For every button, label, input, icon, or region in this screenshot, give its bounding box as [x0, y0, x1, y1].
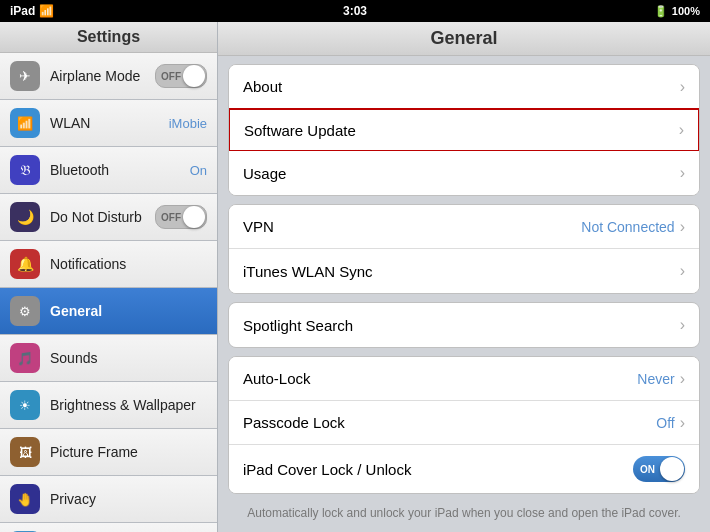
status-bar-right: 🔋 100%: [654, 5, 700, 18]
section-spotlight: Spotlight Search ›: [228, 302, 700, 348]
privacy-icon: 🤚: [10, 484, 40, 514]
do-not-disturb-toggle[interactable]: OFF: [155, 205, 207, 229]
notifications-label: Notifications: [50, 256, 207, 272]
software-update-row[interactable]: Software Update ›: [228, 108, 700, 152]
software-update-label: Software Update: [244, 122, 679, 139]
do-not-disturb-label: Do Not Disturb: [50, 209, 155, 225]
do-not-disturb-toggle-label: OFF: [161, 212, 181, 223]
ipad-cover-lock-toggle-label: ON: [640, 464, 655, 475]
spotlight-search-label: Spotlight Search: [243, 317, 680, 334]
status-bar: iPad 📶 3:03 🔋 100%: [0, 0, 710, 22]
sidebar-item-do-not-disturb[interactable]: 🌙 Do Not Disturb OFF: [0, 194, 217, 241]
sidebar-item-picture-frame[interactable]: 🖼 Picture Frame: [0, 429, 217, 476]
brightness-wallpaper-icon: ☀: [10, 390, 40, 420]
wlan-icon: 📶: [10, 108, 40, 138]
airplane-mode-toggle-label: OFF: [161, 71, 181, 82]
airplane-mode-label: Airplane Mode: [50, 68, 155, 84]
spotlight-search-chevron: ›: [680, 316, 685, 334]
sidebar-item-bluetooth[interactable]: 𝔅 Bluetooth On: [0, 147, 217, 194]
wlan-label: WLAN: [50, 115, 169, 131]
general-icon: ⚙: [10, 296, 40, 326]
ipad-cover-lock-toggle[interactable]: ON: [633, 456, 685, 482]
sidebar-item-wlan[interactable]: 📶 WLAN iMobie: [0, 100, 217, 147]
section-vpn-itunes: VPN Not Connected › iTunes WLAN Sync ›: [228, 204, 700, 294]
about-label: About: [243, 78, 680, 95]
sidebar-item-sounds[interactable]: 🎵 Sounds: [0, 335, 217, 382]
ipad-cover-lock-label: iPad Cover Lock / Unlock: [243, 461, 633, 478]
passcode-lock-row[interactable]: Passcode Lock Off ›: [229, 401, 699, 445]
sounds-label: Sounds: [50, 350, 207, 366]
privacy-label: Privacy: [50, 491, 207, 507]
status-bar-left: iPad 📶: [10, 4, 54, 18]
bluetooth-label: Bluetooth: [50, 162, 190, 178]
about-row[interactable]: About ›: [229, 65, 699, 109]
vpn-label: VPN: [243, 218, 581, 235]
picture-frame-icon: 🖼: [10, 437, 40, 467]
cover-lock-hint: Automatically lock and unlock your iPad …: [218, 502, 710, 528]
vpn-chevron: ›: [680, 218, 685, 236]
sidebar-item-general[interactable]: ⚙ General: [0, 288, 217, 335]
sidebar-header: Settings: [0, 22, 217, 53]
usage-chevron: ›: [680, 164, 685, 182]
software-update-chevron: ›: [679, 121, 684, 139]
battery-label: 100%: [672, 5, 700, 17]
sidebar-item-notifications[interactable]: 🔔 Notifications: [0, 241, 217, 288]
section-about-software-usage: About › Software Update › Usage ›: [228, 64, 700, 196]
spotlight-search-row[interactable]: Spotlight Search ›: [229, 303, 699, 347]
battery-icon: 🔋: [654, 5, 668, 18]
itunes-wlan-sync-chevron: ›: [680, 262, 685, 280]
notifications-icon: 🔔: [10, 249, 40, 279]
picture-frame-label: Picture Frame: [50, 444, 207, 460]
wlan-value: iMobie: [169, 116, 207, 131]
main-content: General About › Software Update › Usage …: [218, 22, 710, 532]
sidebar-item-brightness-wallpaper[interactable]: ☀ Brightness & Wallpaper: [0, 382, 217, 429]
passcode-lock-value: Off: [656, 415, 674, 431]
itunes-wlan-sync-row[interactable]: iTunes WLAN Sync ›: [229, 249, 699, 293]
ipad-label: iPad: [10, 4, 35, 18]
wifi-icon: 📶: [39, 4, 54, 18]
passcode-lock-label: Passcode Lock: [243, 414, 656, 431]
ipad-cover-lock-toggle-knob: [660, 457, 684, 481]
itunes-wlan-sync-label: iTunes WLAN Sync: [243, 263, 680, 280]
passcode-lock-chevron: ›: [680, 414, 685, 432]
main-header: General: [218, 22, 710, 56]
do-not-disturb-icon: 🌙: [10, 202, 40, 232]
ipad-cover-lock-row[interactable]: iPad Cover Lock / Unlock ON: [229, 445, 699, 493]
bluetooth-icon: 𝔅: [10, 155, 40, 185]
auto-lock-chevron: ›: [680, 370, 685, 388]
usage-label: Usage: [243, 165, 680, 182]
usage-row[interactable]: Usage ›: [229, 151, 699, 195]
general-label: General: [50, 303, 207, 319]
sidebar-item-icloud[interactable]: ☁ iCloud: [0, 523, 217, 532]
do-not-disturb-toggle-knob: [183, 206, 205, 228]
bluetooth-value: On: [190, 163, 207, 178]
auto-lock-value: Never: [637, 371, 674, 387]
sidebar-item-airplane-mode[interactable]: ✈ Airplane Mode OFF: [0, 53, 217, 100]
auto-lock-row[interactable]: Auto-Lock Never ›: [229, 357, 699, 401]
airplane-mode-toggle-knob: [183, 65, 205, 87]
sidebar: Settings ✈ Airplane Mode OFF 📶 WLAN iMob…: [0, 22, 218, 532]
sidebar-item-privacy[interactable]: 🤚 Privacy: [0, 476, 217, 523]
status-bar-time: 3:03: [343, 4, 367, 18]
sounds-icon: 🎵: [10, 343, 40, 373]
brightness-wallpaper-label: Brightness & Wallpaper: [50, 397, 207, 413]
auto-lock-label: Auto-Lock: [243, 370, 637, 387]
main-container: Settings ✈ Airplane Mode OFF 📶 WLAN iMob…: [0, 22, 710, 532]
vpn-row[interactable]: VPN Not Connected ›: [229, 205, 699, 249]
vpn-value: Not Connected: [581, 219, 674, 235]
main-title: General: [430, 28, 497, 48]
airplane-mode-icon: ✈: [10, 61, 40, 91]
section-lock: Auto-Lock Never › Passcode Lock Off › iP…: [228, 356, 700, 494]
about-chevron: ›: [680, 78, 685, 96]
airplane-mode-toggle[interactable]: OFF: [155, 64, 207, 88]
sidebar-title: Settings: [77, 28, 140, 45]
